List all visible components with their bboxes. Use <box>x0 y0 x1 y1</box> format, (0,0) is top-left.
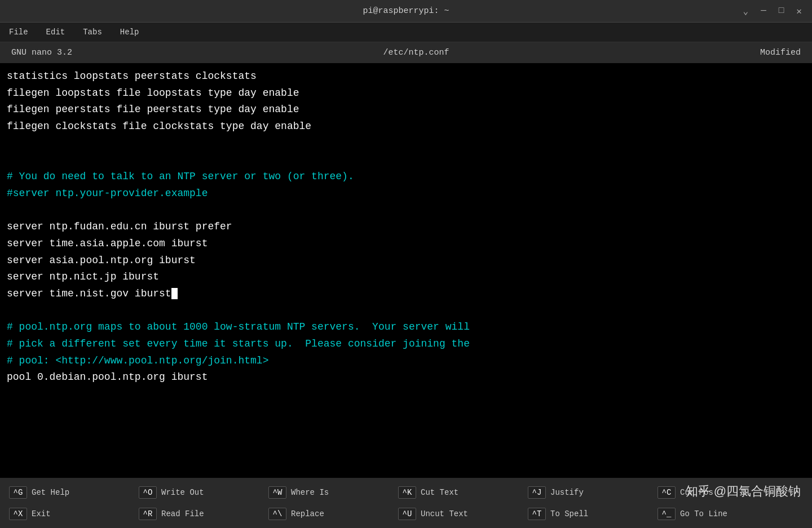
shortcut-item: ^CCur Pos <box>657 486 782 499</box>
shortcut-label: Uncut Text <box>421 509 468 518</box>
chevron-down-icon[interactable]: ⌄ <box>740 5 752 18</box>
menu-help[interactable]: Help <box>116 25 144 39</box>
shortcut-label: Read File <box>161 509 204 518</box>
shortcut-item: ^KCut Text <box>398 486 522 499</box>
shortcut-key: ^T <box>528 508 546 520</box>
shortcut-item: ^XExit <box>9 508 133 520</box>
shortcut-item: ^JJustify <box>528 486 652 499</box>
shortcut-key: ^J <box>528 486 546 499</box>
shortcut-item: ^GGet Help <box>9 486 133 499</box>
shortcut-row-2: ^XExit^RRead File^\Replace^UUncut Text^T… <box>0 503 812 525</box>
shortcut-label: Get Help <box>32 488 69 497</box>
menu-edit[interactable]: Edit <box>42 25 70 39</box>
nano-version: GNU nano 3.2 <box>11 48 72 57</box>
shortcut-key: ^G <box>9 486 27 499</box>
editor-content: statistics loopstats peerstats clockstat… <box>7 68 805 386</box>
shortcut-key: ^O <box>139 486 157 499</box>
maximize-button[interactable]: □ <box>775 5 788 18</box>
shortcut-item: ^WWhere Is <box>268 486 392 499</box>
shortcut-key: ^U <box>398 508 416 520</box>
shortcut-key: ^K <box>398 486 416 499</box>
nano-filename: /etc/ntp.conf <box>383 48 449 57</box>
editor-area[interactable]: statistics loopstats peerstats clockstat… <box>0 64 812 477</box>
shortcut-item: ^\Replace <box>268 508 392 520</box>
shortcut-item: ^RRead File <box>139 508 263 520</box>
shortcut-key: ^C <box>657 486 676 499</box>
minimize-button[interactable]: — <box>757 5 770 18</box>
window-title: pi@raspberrypi: ~ <box>273 6 539 16</box>
title-bar-controls: ⌄ — □ ✕ <box>539 5 805 18</box>
shortcut-item: ^TTo Spell <box>528 508 652 520</box>
shortcut-label: Cut Text <box>421 488 458 497</box>
shortcut-key: ^\ <box>268 508 286 520</box>
nano-header: GNU nano 3.2 /etc/ntp.conf Modified <box>0 42 812 64</box>
menu-file[interactable]: File <box>5 25 33 39</box>
title-bar: pi@raspberrypi: ~ ⌄ — □ ✕ <box>0 0 812 23</box>
shortcut-row-1: ^GGet Help^OWrite Out^WWhere Is^KCut Tex… <box>0 482 812 503</box>
shortcut-key: ^R <box>139 508 157 520</box>
menu-bar: File Edit Tabs Help <box>0 23 812 42</box>
shortcut-label: Justify <box>550 488 584 497</box>
shortcut-label: Replace <box>291 509 324 518</box>
shortcut-key: ^W <box>268 486 286 499</box>
menu-tabs[interactable]: Tabs <box>78 25 107 39</box>
shortcut-label: Where Is <box>291 488 329 497</box>
shortcut-label: To Spell <box>550 509 588 518</box>
close-button[interactable]: ✕ <box>793 5 805 18</box>
shortcut-bars: ^GGet Help^OWrite Out^WWhere Is^KCut Tex… <box>0 477 812 528</box>
shortcut-item: ^UUncut Text <box>398 508 522 520</box>
shortcut-label: Write Out <box>161 488 204 497</box>
shortcut-label: Cur Pos <box>680 488 713 497</box>
nano-modified: Modified <box>760 48 801 57</box>
shortcut-key: ^_ <box>657 508 676 520</box>
shortcut-label: Exit <box>32 509 51 518</box>
shortcut-item: ^OWrite Out <box>139 486 263 499</box>
shortcut-label: Go To Line <box>680 509 727 518</box>
shortcut-key: ^X <box>9 508 27 520</box>
shortcut-item: ^_Go To Line <box>657 508 782 520</box>
